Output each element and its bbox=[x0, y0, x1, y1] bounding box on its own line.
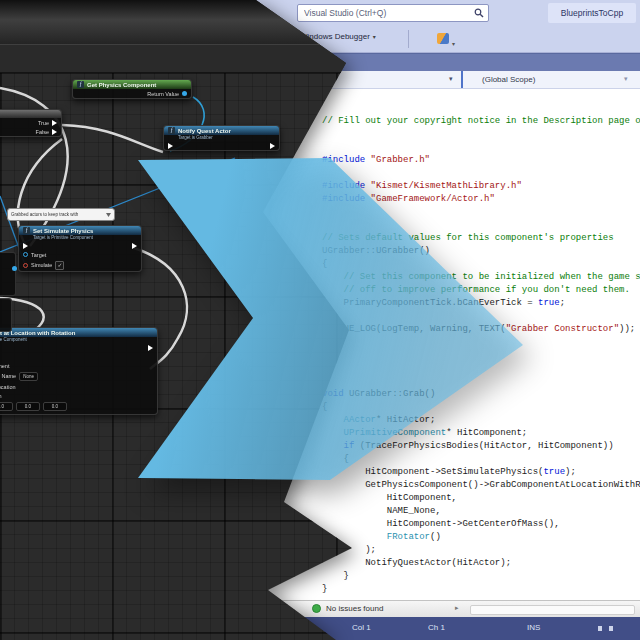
pin-target[interactable]: Target bbox=[0, 352, 157, 361]
status-character: Ch 1 bbox=[428, 623, 445, 632]
node-get-physics-component[interactable]: f Get Physics Component Return Value bbox=[72, 79, 192, 99]
pin-component[interactable]: Component bbox=[0, 361, 157, 370]
bone-name-field[interactable]: None bbox=[19, 372, 38, 381]
rotation-value-fields[interactable]: 0.0 0.0 0.0 bbox=[0, 400, 157, 414]
chevron-down-icon: ▾ bbox=[373, 34, 376, 40]
exec-out-pin-icon bbox=[52, 120, 57, 126]
chevron-down-icon[interactable]: ▾ bbox=[624, 75, 628, 83]
node-comment-field[interactable]: Grabbed actors to keep track with bbox=[7, 208, 115, 221]
clipped-node-fragment bbox=[0, 298, 12, 332]
node-notify-quest-actor[interactable]: f Notify Quest Actor Target is Grabber bbox=[163, 125, 280, 151]
pin-true[interactable]: True bbox=[0, 118, 61, 127]
no-issues-icon bbox=[312, 604, 321, 613]
exec-out-pin-icon bbox=[52, 129, 57, 135]
chevron-down-icon[interactable]: ▾ bbox=[452, 40, 455, 47]
node-header: f Set Simulate Physics bbox=[19, 226, 141, 235]
status-column: Col 1 bbox=[352, 623, 371, 632]
exec-out-pin-icon[interactable] bbox=[270, 143, 275, 149]
window-title: BlueprintsToCpp bbox=[548, 3, 636, 23]
exec-pins-row bbox=[19, 241, 141, 250]
chevron-down-icon bbox=[106, 213, 111, 217]
pin-target[interactable]: Target bbox=[19, 250, 141, 259]
navbar-separator bbox=[461, 71, 463, 88]
node-header: Branch bbox=[0, 110, 61, 118]
node-grab-component-at-location-with-rotation[interactable]: f Grab Component at Location with Rotati… bbox=[0, 327, 158, 415]
exec-in-pin-icon[interactable] bbox=[168, 143, 173, 149]
object-pin-icon bbox=[12, 266, 17, 271]
function-icon: f bbox=[77, 81, 84, 88]
statusbar-icons[interactable] bbox=[598, 626, 613, 631]
chevron-right-icon[interactable]: ▸ bbox=[455, 604, 459, 612]
exec-pins-row bbox=[164, 141, 279, 150]
exec-pins-row bbox=[0, 343, 157, 352]
pin-rotation[interactable]: Rotation bbox=[0, 391, 157, 400]
exec-wire bbox=[62, 125, 163, 152]
search-icon bbox=[474, 8, 484, 18]
pin-in-bone-name[interactable]: In Bone Name None bbox=[0, 370, 157, 382]
function-icon: f bbox=[23, 227, 30, 234]
code-editor[interactable]: // Fill out your copyright notice in the… bbox=[322, 89, 640, 640]
thumbnail-composite: Visual Studio (Ctrl+Q) BlueprintsToCpp W… bbox=[0, 0, 640, 640]
node-header: f Get Physics Component bbox=[73, 80, 191, 89]
checkbox-checked-icon[interactable]: ✓ bbox=[55, 261, 64, 270]
bool-pin-icon bbox=[23, 263, 28, 268]
scope-dropdown[interactable]: (Global Scope) bbox=[482, 75, 535, 84]
pin-simulate[interactable]: Simulate ✓ bbox=[19, 259, 141, 271]
pin-return-value[interactable]: Return Value bbox=[73, 89, 191, 98]
exec-out-pin-icon[interactable] bbox=[132, 243, 137, 249]
node-branch[interactable]: Branch True False bbox=[0, 109, 62, 137]
object-pin-icon bbox=[23, 252, 28, 257]
chevron-down-icon[interactable]: ▾ bbox=[449, 75, 453, 83]
issues-status-text: No issues found bbox=[326, 604, 383, 613]
code-lines: // Fill out your copyright notice in the… bbox=[322, 115, 640, 622]
object-pin-icon bbox=[182, 91, 187, 96]
pin-false[interactable]: False bbox=[0, 127, 61, 136]
quick-launch-search-input[interactable]: Visual Studio (Ctrl+Q) bbox=[297, 4, 489, 22]
function-icon: f bbox=[168, 127, 175, 134]
clipped-node-fragment bbox=[0, 252, 16, 296]
toolbar-separator bbox=[408, 30, 409, 48]
attach-debugger-icon[interactable] bbox=[437, 33, 449, 44]
exec-in-pin-icon[interactable] bbox=[23, 243, 28, 249]
scroll-track[interactable] bbox=[470, 605, 635, 615]
node-header: f Notify Quest Actor bbox=[164, 126, 279, 135]
node-header: f Grab Component at Location with Rotati… bbox=[0, 328, 157, 337]
quick-launch-placeholder: Visual Studio (Ctrl+Q) bbox=[304, 8, 474, 18]
node-set-simulate-physics[interactable]: f Set Simulate Physics Target is Primiti… bbox=[18, 225, 142, 272]
status-insert-mode: INS bbox=[527, 623, 540, 632]
pin-grab-location[interactable]: Grab Location bbox=[0, 382, 157, 391]
exec-out-pin-icon[interactable] bbox=[148, 345, 153, 351]
